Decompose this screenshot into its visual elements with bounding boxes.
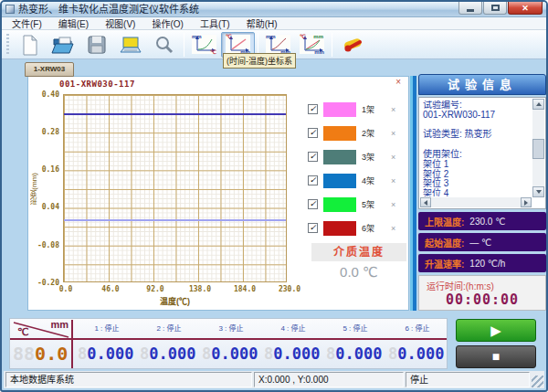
channel-display: 80.000: [78, 344, 133, 363]
scroll-right-icon[interactable]: [521, 197, 532, 207]
scroll-down-icon[interactable]: [532, 186, 544, 197]
chart-close-icon[interactable]: ×: [395, 77, 401, 87]
channel-value: 0.000: [273, 344, 320, 363]
legend-remove-icon[interactable]: ×: [391, 176, 395, 185]
menu-file[interactable]: 文件(F): [9, 16, 45, 30]
menu-view[interactable]: 视图(V): [102, 16, 138, 30]
channel-value: 0.000: [335, 344, 382, 363]
resize-grip[interactable]: [532, 376, 543, 387]
test-info-text: 试验编号: 001-XRW030-117 试验类型: 热变形 使用架位: 架位 …: [423, 101, 531, 196]
temperature-value: 0.0: [35, 343, 68, 365]
channel-value: 0.000: [211, 344, 258, 363]
check-icon: ✓: [310, 104, 317, 113]
heating-rate-row: 升温速率: 120 ℃/h: [418, 254, 546, 272]
legend-checkbox[interactable]: ✓: [308, 104, 318, 114]
ghost-digit: 8: [388, 344, 397, 363]
legend-remove-icon[interactable]: ×: [391, 200, 395, 209]
save-button[interactable]: [79, 32, 113, 58]
channel-status: 4 : 停止: [263, 323, 323, 333]
legend-checkbox[interactable]: ✓: [308, 199, 318, 209]
menu-operate[interactable]: 操作(O): [149, 16, 185, 30]
runtime-value: 00:00:00: [419, 291, 545, 308]
legend-remove-icon[interactable]: ×: [391, 105, 395, 114]
new-file-button[interactable]: [12, 32, 46, 58]
legend-swatch: [323, 150, 356, 164]
check-icon: ✓: [310, 199, 317, 208]
channel-status: 3 : 停止: [201, 323, 261, 333]
time-deform-chart-icon: mm min: [266, 35, 290, 54]
x-tick: 184.0: [231, 285, 258, 293]
coord-deform-temp-button[interactable]: mm ℃: [187, 32, 221, 58]
minimize-button[interactable]: [458, 2, 482, 15]
channel-status: 5 : 停止: [325, 323, 385, 333]
legend-remove-icon[interactable]: ×: [391, 224, 395, 233]
temp-unit-label: ℃: [17, 326, 28, 338]
legend-checkbox[interactable]: ✓: [308, 175, 318, 185]
scroll-left-icon[interactable]: [420, 197, 431, 207]
menu-edit[interactable]: 编辑(E): [56, 16, 91, 30]
legend-swatch: [323, 102, 356, 117]
report-laptop-icon: [119, 34, 142, 56]
report-button[interactable]: [113, 32, 147, 58]
toolbar-separator: [184, 33, 184, 57]
test-info-header: 试验信息: [418, 74, 546, 95]
window-title: 热变形、维卡软化点温度测定仪软件系统: [18, 2, 199, 16]
plot-area[interactable]: [63, 94, 287, 282]
channel-value: 0.000: [149, 344, 195, 363]
legend-checkbox[interactable]: ✓: [308, 128, 318, 138]
document-tab[interactable]: 1-XRW03: [25, 62, 74, 77]
legend-row: ✓ 6架 ×: [308, 220, 395, 236]
mini-y-label: mm: [192, 34, 202, 39]
legend-row: ✓ 3架 ×: [308, 149, 395, 164]
save-floppy-icon: [86, 34, 108, 56]
channel-status: 6 : 停止: [387, 323, 448, 333]
start-button[interactable]: ▶: [456, 319, 536, 342]
mini-y2-label: mm: [313, 34, 323, 39]
coord-combined-button[interactable]: ℃ mm min: [295, 32, 329, 58]
legend-label: 4架: [362, 175, 382, 186]
channel-2: 2 : 停止 80.000: [139, 319, 199, 368]
legend-checkbox[interactable]: ✓: [308, 152, 318, 162]
legend-remove-icon[interactable]: ×: [391, 153, 395, 162]
scrollbar-thumb[interactable]: [532, 139, 544, 159]
status-database: 本地数据库系统: [5, 372, 252, 387]
chart-title: 001-XRW030-117: [59, 79, 135, 89]
thermometer-button[interactable]: [335, 32, 369, 58]
upper-limit-temp-row: 上限温度: 230.0 ℃: [418, 212, 546, 230]
vertical-scrollbar[interactable]: [532, 99, 544, 197]
menu-help[interactable]: 帮助(H): [244, 16, 280, 30]
data-line-upper: [64, 113, 286, 115]
title-bar[interactable]: 热变形、维卡软化点温度测定仪软件系统 ✕: [2, 2, 546, 17]
open-file-button[interactable]: [46, 32, 79, 58]
legend-remove-icon[interactable]: ×: [391, 129, 395, 138]
led-divider-v: [71, 320, 73, 368]
combined-chart-icon: ℃ mm min: [300, 35, 324, 54]
temperature-display: 880.0: [13, 343, 69, 365]
legend-label: 2架: [362, 127, 382, 139]
stop-icon: ■: [492, 349, 500, 364]
channel-1: 1 : 停止 80.000: [77, 319, 137, 368]
zoom-button[interactable]: [147, 32, 181, 58]
maximize-button[interactable]: [483, 2, 507, 15]
stop-button[interactable]: ■: [456, 345, 536, 368]
info-line: 001-XRW030-117: [423, 111, 531, 121]
close-button[interactable]: ✕: [508, 2, 543, 15]
legend-label: 6架: [362, 222, 382, 234]
runtime-box: 运行时间:(h:m:s) 00:00:00: [418, 275, 546, 311]
mini-x-label: min: [314, 49, 324, 55]
status-run-state: 停止: [406, 372, 530, 387]
channel-6: 6 : 停止 80.000: [387, 319, 448, 368]
toolbar-grip[interactable]: [6, 34, 9, 56]
channel-display: 80.000: [388, 344, 444, 363]
legend-checkbox[interactable]: ✓: [308, 223, 318, 233]
channel-display: 80.000: [202, 344, 258, 363]
info-line: 架位 4: [423, 189, 531, 196]
scroll-up-icon[interactable]: [532, 99, 544, 110]
legend-swatch: [323, 126, 356, 141]
panel-splitter[interactable]: [410, 76, 416, 311]
legend-row: ✓ 5架 ×: [308, 196, 395, 212]
y-tick: 0.40: [30, 90, 59, 99]
horizontal-scrollbar[interactable]: [420, 197, 532, 207]
menu-tools[interactable]: 工具(T): [197, 16, 233, 30]
channel-display: 80.000: [264, 344, 320, 363]
